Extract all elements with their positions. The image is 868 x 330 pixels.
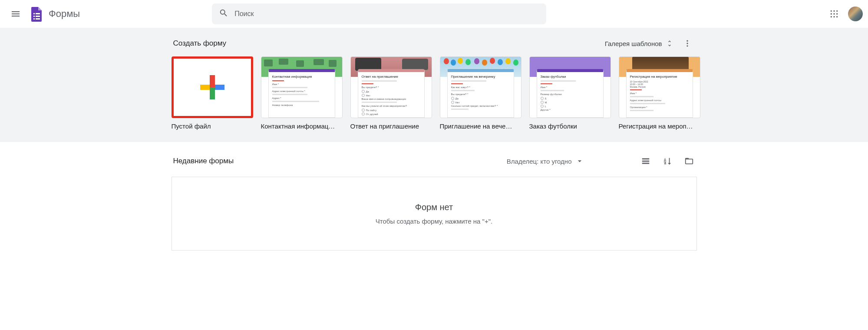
form-preview: Заказ футболки Имя * Размер футболки S M… bbox=[537, 69, 604, 118]
empty-state-subtitle: Чтобы создать форму, нажмите на "+". bbox=[376, 218, 492, 225]
svg-point-15 bbox=[686, 40, 688, 42]
empty-state-title: Форм нет bbox=[415, 202, 453, 212]
template-thumb: Приглашение на вечеринку Как вас зовут? … bbox=[440, 56, 521, 118]
sort-button[interactable] bbox=[661, 155, 673, 167]
svg-point-16 bbox=[686, 43, 688, 44]
template-card-party[interactable]: Приглашение на вечеринку Как вас зовут? … bbox=[440, 56, 521, 130]
owner-filter-label: Владелец: кто угодно bbox=[507, 158, 572, 165]
svg-point-9 bbox=[831, 13, 832, 14]
menu-icon bbox=[10, 9, 21, 19]
templates-section: Создать форму Галерея шаблонов bbox=[0, 28, 868, 142]
svg-point-17 bbox=[686, 45, 688, 46]
list-view-button[interactable] bbox=[640, 155, 652, 167]
template-card-tshirt[interactable]: Заказ футболки Имя * Размер футболки S M… bbox=[529, 56, 611, 130]
svg-point-10 bbox=[833, 13, 835, 14]
svg-point-6 bbox=[831, 10, 832, 12]
sort-az-icon bbox=[663, 156, 672, 166]
template-label: Приглашение на вече… bbox=[440, 122, 521, 130]
template-label: Заказ футболки bbox=[529, 122, 611, 130]
form-preview: Приглашение на вечеринку Как вас зовут? … bbox=[447, 69, 514, 118]
search-bar[interactable] bbox=[212, 3, 546, 24]
owner-filter-dropdown[interactable]: Владелец: кто угодно bbox=[507, 157, 584, 165]
template-thumb: Контактная информация Имя * Адрес электр… bbox=[261, 56, 343, 118]
template-label: Контактная информац… bbox=[261, 122, 343, 130]
templates-more-button[interactable] bbox=[680, 36, 695, 51]
svg-point-14 bbox=[836, 16, 838, 17]
template-card-event-reg[interactable]: Регистрация на мероприятие 10 Сентября 2… bbox=[619, 56, 700, 130]
recent-empty-state: Форм нет Чтобы создать форму, нажмите на… bbox=[172, 177, 697, 251]
templates-section-title: Создать форму bbox=[173, 39, 227, 48]
template-card-rsvp[interactable]: Ответ на приглашение Вы придете? * Да Не… bbox=[350, 56, 432, 130]
svg-rect-1 bbox=[36, 13, 40, 14]
app-name: Формы bbox=[49, 8, 80, 20]
template-card-blank[interactable]: Пустой файл bbox=[172, 56, 253, 130]
svg-point-11 bbox=[836, 13, 838, 14]
unfold-more-icon bbox=[666, 40, 673, 47]
svg-rect-2 bbox=[33, 16, 35, 17]
svg-point-13 bbox=[833, 16, 835, 17]
template-thumb bbox=[172, 56, 253, 118]
recent-view-controls bbox=[640, 155, 695, 167]
google-apps-button[interactable] bbox=[824, 3, 845, 24]
forms-icon bbox=[28, 5, 45, 23]
recent-section-title: Недавние формы bbox=[173, 157, 234, 165]
template-card-contact[interactable]: Контактная информация Имя * Адрес электр… bbox=[261, 56, 343, 130]
apps-grid-icon bbox=[830, 10, 838, 18]
template-gallery-button[interactable]: Галерея шаблонов bbox=[601, 37, 677, 50]
form-preview: Ответ на приглашение Вы придете? * Да Не… bbox=[358, 69, 425, 118]
templates-row: Пустой файл Контактная информация bbox=[172, 56, 697, 130]
svg-point-7 bbox=[833, 10, 835, 12]
svg-rect-5 bbox=[36, 18, 40, 20]
template-thumb: Ответ на приглашение Вы придете? * Да Не… bbox=[350, 56, 432, 118]
form-preview: Контактная информация Имя * Адрес электр… bbox=[268, 69, 335, 118]
account-avatar[interactable] bbox=[848, 7, 863, 21]
template-label: Ответ на приглашение bbox=[350, 122, 432, 130]
template-label: Регистрация на мероп… bbox=[619, 122, 700, 130]
svg-rect-4 bbox=[33, 18, 35, 20]
app-logo[interactable]: Формы bbox=[28, 5, 80, 23]
header: Формы bbox=[0, 0, 868, 28]
svg-rect-3 bbox=[36, 16, 40, 17]
template-gallery-label: Галерея шаблонов bbox=[605, 40, 662, 47]
more-vert-icon bbox=[683, 39, 692, 48]
templates-header: Создать форму Галерея шаблонов bbox=[172, 36, 697, 51]
svg-point-12 bbox=[831, 16, 832, 17]
search-icon bbox=[219, 8, 228, 20]
header-actions bbox=[824, 3, 863, 24]
template-label: Пустой файл bbox=[172, 122, 253, 130]
search-input[interactable] bbox=[234, 10, 539, 18]
svg-rect-0 bbox=[33, 13, 35, 14]
folder-icon bbox=[684, 156, 694, 166]
recent-header: Недавние формы Владелец: кто угодно bbox=[172, 155, 697, 167]
arrow-drop-down-icon bbox=[575, 157, 584, 165]
recent-section: Недавние формы Владелец: кто угодно Форм… bbox=[172, 155, 697, 251]
form-preview: Регистрация на мероприятие 10 Сентября 2… bbox=[626, 69, 693, 118]
svg-point-8 bbox=[836, 10, 838, 12]
open-file-picker-button[interactable] bbox=[683, 155, 695, 167]
template-thumb: Заказ футболки Имя * Размер футболки S M… bbox=[529, 56, 611, 118]
list-view-icon bbox=[641, 156, 650, 166]
main-menu-button[interactable] bbox=[5, 3, 26, 24]
template-thumb: Регистрация на мероприятие 10 Сентября 2… bbox=[619, 56, 700, 118]
plus-icon bbox=[200, 75, 224, 99]
